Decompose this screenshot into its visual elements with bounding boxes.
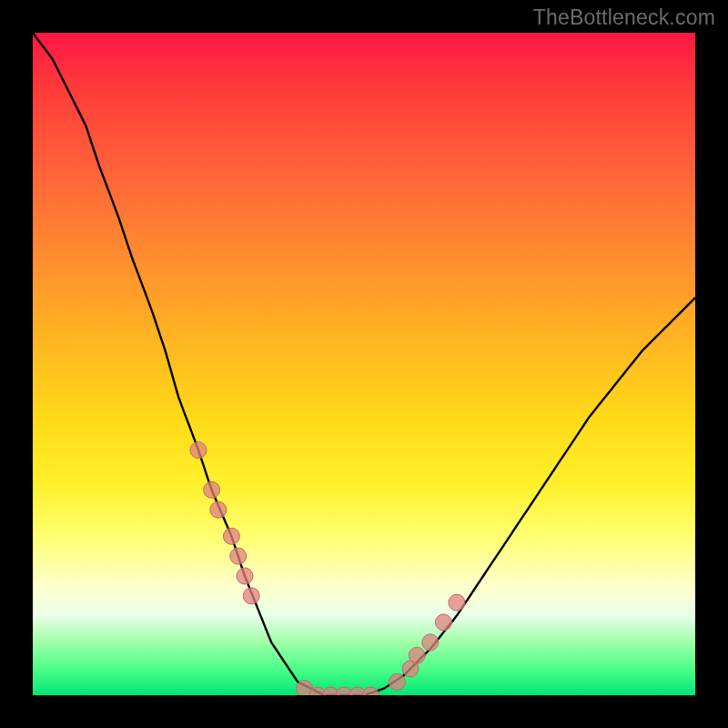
marker-point bbox=[422, 634, 439, 651]
marker-point bbox=[190, 442, 207, 459]
marker-point bbox=[362, 687, 379, 695]
chart-frame: TheBottleneck.com bbox=[0, 0, 728, 728]
chart-plot-area bbox=[33, 33, 695, 695]
marker-point bbox=[435, 614, 451, 631]
marker-point bbox=[204, 481, 220, 498]
marker-point bbox=[243, 588, 259, 604]
marker-point bbox=[409, 647, 425, 663]
chart-svg bbox=[33, 33, 695, 695]
marker-point bbox=[449, 594, 465, 611]
bottleneck-curve bbox=[33, 33, 695, 695]
marker-point bbox=[237, 568, 253, 584]
bottleneck-curve-path bbox=[33, 33, 695, 695]
marker-point bbox=[223, 528, 239, 544]
watermark-text: TheBottleneck.com bbox=[533, 5, 715, 30]
marker-point bbox=[389, 673, 405, 690]
highlighted-points bbox=[190, 442, 465, 695]
marker-point bbox=[230, 548, 247, 564]
marker-point bbox=[210, 501, 227, 518]
